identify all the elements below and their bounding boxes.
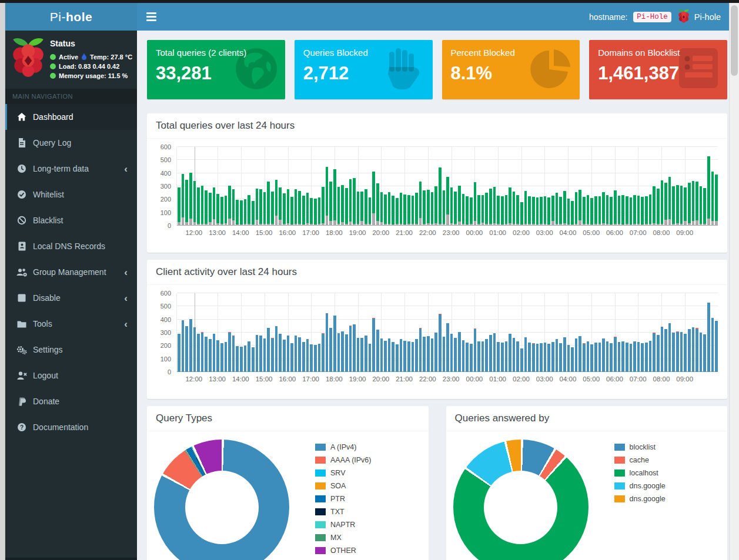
bar <box>513 192 516 226</box>
x-tick-label: 00:00 <box>466 375 483 383</box>
scrollbar-thumb[interactable] <box>731 5 738 76</box>
y-tick-label: 500 <box>160 303 171 310</box>
bar <box>481 341 484 372</box>
sidebar-item-disable[interactable]: Disable‹ <box>5 285 137 311</box>
sidebar-item-long-term-data[interactable]: Long-term data‹ <box>5 156 137 182</box>
file-icon <box>15 138 28 147</box>
bar <box>197 187 200 226</box>
bar <box>594 196 597 226</box>
bar <box>657 189 660 226</box>
bar <box>439 167 442 226</box>
bar <box>551 342 554 372</box>
sidebar-item-settings[interactable]: Settings <box>5 337 137 363</box>
stat-card-total-queries-2-clients-: Total queries (2 clients)33,281 <box>147 40 285 99</box>
bar <box>236 346 239 372</box>
bar <box>205 337 208 372</box>
x-tick-label: 16:00 <box>279 375 296 383</box>
query-types-donut-chart[interactable] <box>154 440 289 560</box>
legend-item-aaaa-ipv6-[interactable]: AAAA (IPv6) <box>315 456 371 464</box>
bar <box>419 328 422 372</box>
bar <box>563 191 566 226</box>
legend-item-localhost[interactable]: localhost <box>614 469 666 477</box>
question-icon: ? <box>15 422 28 432</box>
brand-link[interactable]: Pi-hole <box>677 9 721 25</box>
bar <box>680 186 683 226</box>
nav-section-header: MAIN NAVIGATION <box>5 89 137 104</box>
bar <box>509 187 511 226</box>
bar <box>692 327 695 372</box>
logout-icon <box>15 371 28 380</box>
bar <box>306 339 309 372</box>
legend-label: blocklist <box>630 443 656 451</box>
sidebar-item-query-log[interactable]: Query Log <box>5 130 137 156</box>
legend-item-srv[interactable]: SRV <box>315 469 371 477</box>
bar <box>556 193 559 226</box>
sidebar-item-local-dns-records[interactable]: Local DNS Records <box>5 233 137 259</box>
plot-area[interactable] <box>176 293 718 372</box>
legend-item-dns-google[interactable]: dns.google <box>614 482 666 490</box>
legend-swatch <box>614 482 625 489</box>
client-activity-bar-chart[interactable]: 010020030040050060012:0013:0014:0015:001… <box>153 291 720 387</box>
bar <box>637 196 640 226</box>
x-tick-label: 03:00 <box>536 229 553 236</box>
sidebar-toggle-button[interactable] <box>137 3 165 31</box>
legend-swatch <box>315 547 326 554</box>
sidebar-item-blacklist[interactable]: Blacklist <box>5 207 137 233</box>
x-tick-label: 14:00 <box>232 229 249 236</box>
legend-item-txt[interactable]: TXT <box>315 508 371 516</box>
x-tick-label: 09:00 <box>676 375 693 383</box>
status-box: Status Active Temp: 27.8 °C Load: 0.83 0… <box>5 31 137 89</box>
bar <box>497 342 500 372</box>
plot-area[interactable] <box>176 147 718 226</box>
sidebar-item-group-management[interactable]: Group Management‹ <box>5 259 137 285</box>
app-logo[interactable]: Pi-hole <box>5 3 137 31</box>
sidebar-item-donate[interactable]: Donate <box>5 388 137 414</box>
sidebar-item-label: Documentation <box>33 422 88 432</box>
legend-swatch <box>315 457 326 464</box>
sidebar-item-whitelist[interactable]: Whitelist <box>5 182 137 207</box>
sidebar-item-dashboard[interactable]: Dashboard <box>5 104 137 130</box>
legend-item-dns-google[interactable]: dns.google <box>614 495 666 503</box>
legend-item-other[interactable]: OTHER <box>315 546 371 555</box>
bar <box>337 187 340 226</box>
legend-item-a-ipv4-[interactable]: A (IPv4) <box>315 443 371 451</box>
legend-item-cache[interactable]: cache <box>614 456 666 464</box>
bar <box>528 196 531 226</box>
legend-item-mx[interactable]: MX <box>315 534 371 542</box>
query-types-panel: Query Types A (IPv4)AAAA (IPv6)SRVSOAPTR… <box>147 406 429 560</box>
legend-item-blocklist[interactable]: blocklist <box>614 443 666 451</box>
x-tick-label: 19:00 <box>349 375 366 383</box>
legend-swatch <box>614 495 625 502</box>
bar <box>298 337 301 372</box>
sidebar: Status Active Temp: 27.8 °C Load: 0.83 0… <box>5 31 137 560</box>
queries-answered-donut-chart[interactable] <box>453 440 588 560</box>
bar <box>396 198 399 226</box>
total-queries-bar-chart[interactable]: 010020030040050060012:0013:0014:0015:001… <box>153 145 720 241</box>
bar <box>528 343 531 372</box>
bar <box>614 337 617 372</box>
x-tick-label: 15:00 <box>256 229 273 236</box>
bar <box>434 333 437 372</box>
bar <box>501 343 504 372</box>
legend-item-ptr[interactable]: PTR <box>315 495 371 503</box>
bar <box>178 187 180 226</box>
bar <box>333 316 336 372</box>
bar <box>283 340 286 372</box>
sidebar-item-documentation[interactable]: ?Documentation <box>5 414 137 440</box>
sidebar-item-logout[interactable]: Logout <box>5 363 137 388</box>
sidebar-item-label: Query Log <box>33 138 71 147</box>
bar <box>602 192 605 226</box>
bar <box>446 177 449 226</box>
bar <box>232 336 235 372</box>
bar <box>610 343 613 372</box>
bar <box>513 338 516 373</box>
legend-item-soa[interactable]: SOA <box>315 482 371 490</box>
page-scrollbar[interactable] <box>729 3 739 560</box>
bar <box>520 348 523 372</box>
y-tick-label: 600 <box>160 290 171 297</box>
bar <box>695 328 698 372</box>
bar <box>532 197 535 226</box>
ban-icon <box>15 216 28 225</box>
sidebar-item-tools[interactable]: Tools‹ <box>5 311 137 337</box>
legend-item-naptr[interactable]: NAPTR <box>315 521 371 529</box>
